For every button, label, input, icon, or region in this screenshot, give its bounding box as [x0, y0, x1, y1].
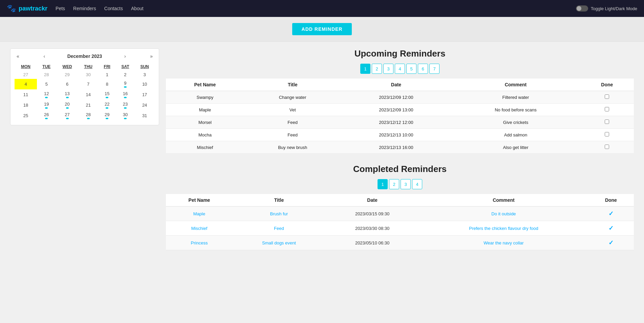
calendar-day[interactable]: 24	[134, 100, 155, 110]
upcoming-page-btn[interactable]: 1	[360, 64, 370, 74]
calendar-day[interactable]: 31	[134, 110, 155, 121]
calendar-day[interactable]: 27	[56, 110, 79, 121]
upcoming-page-btn[interactable]: 5	[406, 64, 416, 74]
nav-about[interactable]: About	[131, 6, 144, 11]
upcoming-done-cell[interactable]	[580, 91, 634, 104]
calendar-day[interactable]: 30	[79, 70, 98, 79]
upcoming-col-header: Date	[341, 79, 451, 91]
calendar-day[interactable]: 7	[79, 79, 98, 89]
upcoming-done-checkbox[interactable]	[605, 107, 609, 111]
completed-page-btn[interactable]: 1	[378, 179, 388, 189]
nav-links: Pets Reminders Contacts About	[56, 6, 144, 11]
completed-page-btn[interactable]: 4	[412, 179, 422, 189]
calendar-next-btn[interactable]: ›	[122, 53, 128, 60]
upcoming-done-checkbox[interactable]	[605, 120, 609, 124]
completed-cell-title: Feed	[233, 221, 325, 236]
calendar-day[interactable]: 19	[37, 100, 56, 110]
calendar-day[interactable]: 15	[98, 89, 116, 100]
upcoming-page-btn[interactable]: 2	[372, 64, 382, 74]
calendar-day[interactable]: 20	[56, 100, 79, 110]
calendar-day[interactable]: 6	[56, 79, 79, 89]
completed-reminders: Completed Reminders 1234 Pet NameTitleDa…	[166, 164, 634, 250]
completed-page-btn[interactable]: 2	[389, 179, 399, 189]
upcoming-col-header: Done	[580, 79, 634, 91]
upcoming-page-btn[interactable]: 6	[418, 64, 428, 74]
calendar-first-btn[interactable]: «	[15, 53, 21, 60]
calendar-day[interactable]: 3	[134, 70, 155, 79]
upcoming-row: MapleVet2023/12/09 13:00No food before s…	[166, 104, 634, 116]
completed-cell-pet: Maple	[166, 207, 233, 221]
calendar-day[interactable]: 30	[116, 110, 134, 121]
calendar-day[interactable]: 13	[56, 89, 79, 100]
completed-col-header: Date	[325, 194, 419, 207]
upcoming-row: SwampyChange water2023/12/09 12:00Filter…	[166, 91, 634, 104]
upcoming-row: MochaFeed2023/12/13 10:00Add salmon	[166, 129, 634, 141]
nav-pets[interactable]: Pets	[56, 6, 65, 11]
calendar-day[interactable]: 2	[116, 70, 134, 79]
completed-checkmark: ✓	[608, 239, 614, 246]
calendar-day[interactable]: 26	[37, 110, 56, 121]
calendar-day[interactable]: 29	[98, 110, 116, 121]
calendar-day[interactable]: 1	[98, 70, 116, 79]
calendar-day[interactable]: 17	[134, 89, 155, 100]
upcoming-done-cell[interactable]	[580, 104, 634, 116]
upcoming-table: Pet NameTitleDateCommentDone SwampyChang…	[166, 79, 634, 154]
header-section: ADD REMINDER	[0, 17, 644, 42]
calendar-day[interactable]: 18	[15, 100, 37, 110]
calendar-day[interactable]: 12	[37, 89, 56, 100]
upcoming-cell-pet: Maple	[166, 104, 244, 116]
theme-toggle[interactable]	[576, 5, 588, 12]
completed-pagination: 1234	[166, 179, 634, 189]
completed-page-btn[interactable]: 3	[401, 179, 411, 189]
upcoming-page-btn[interactable]: 3	[383, 64, 393, 74]
upcoming-done-checkbox[interactable]	[605, 145, 609, 149]
completed-col-header: Title	[233, 194, 325, 207]
calendar-day[interactable]: 9	[116, 79, 134, 89]
completed-col-header: Done	[588, 194, 634, 207]
upcoming-done-cell[interactable]	[580, 116, 634, 129]
calendar-month-year: December 2023	[67, 53, 102, 59]
upcoming-page-btn[interactable]: 7	[429, 64, 439, 74]
calendar-day[interactable]: 16	[116, 89, 134, 100]
calendar-day[interactable]: 4	[15, 79, 37, 89]
completed-cell-pet: Mischief	[166, 221, 233, 236]
completed-col-header: Pet Name	[166, 194, 233, 207]
upcoming-page-btn[interactable]: 4	[395, 64, 405, 74]
calendar-day[interactable]: 27	[15, 70, 37, 79]
calendar-day[interactable]: 28	[79, 110, 98, 121]
calendar-day[interactable]: 8	[98, 79, 116, 89]
calendar-day[interactable]: 22	[98, 100, 116, 110]
calendar-header: « ‹ December 2023 › »	[15, 53, 155, 60]
calendar-grid: MON TUE WED THU FRI SAT SUN 272829301234…	[15, 63, 155, 121]
calendar-day[interactable]: 28	[37, 70, 56, 79]
upcoming-col-header: Comment	[451, 79, 580, 91]
upcoming-done-checkbox[interactable]	[605, 132, 609, 136]
completed-row: MapleBrush fur2023/03/15 09:30Do it outs…	[166, 207, 634, 221]
completed-col-header: Comment	[419, 194, 588, 207]
completed-cell-comment: Do it outside	[419, 207, 588, 221]
upcoming-done-cell[interactable]	[580, 141, 634, 154]
completed-cell-date: 2023/03/30 08:30	[325, 221, 419, 236]
calendar-day[interactable]: 21	[79, 100, 98, 110]
calendar-last-btn[interactable]: »	[148, 53, 155, 60]
calendar-day[interactable]: 10	[134, 79, 155, 89]
upcoming-cell-pet: Morsel	[166, 116, 244, 129]
col-fri: FRI	[98, 63, 116, 70]
calendar-day[interactable]: 25	[15, 110, 37, 121]
calendar-day[interactable]: 23	[116, 100, 134, 110]
completed-title: Completed Reminders	[166, 164, 634, 174]
upcoming-cell-comment: Also get litter	[451, 141, 580, 154]
nav-reminders[interactable]: Reminders	[73, 6, 96, 11]
upcoming-done-cell[interactable]	[580, 129, 634, 141]
upcoming-done-checkbox[interactable]	[605, 94, 609, 99]
completed-done-cell: ✓	[588, 221, 634, 236]
calendar-day[interactable]: 29	[56, 70, 79, 79]
calendar-day[interactable]: 5	[37, 79, 56, 89]
calendar-prev-btn[interactable]: ‹	[41, 53, 47, 60]
upcoming-row: MischiefBuy new brush2023/12/13 16:00Als…	[166, 141, 634, 154]
calendar-day[interactable]: 11	[15, 89, 37, 100]
add-reminder-button[interactable]: ADD REMINDER	[292, 23, 352, 35]
calendar-day[interactable]: 14	[79, 89, 98, 100]
navbar: 🐾 pawtrackr Pets Reminders Contacts Abou…	[0, 0, 644, 17]
nav-contacts[interactable]: Contacts	[104, 6, 123, 11]
